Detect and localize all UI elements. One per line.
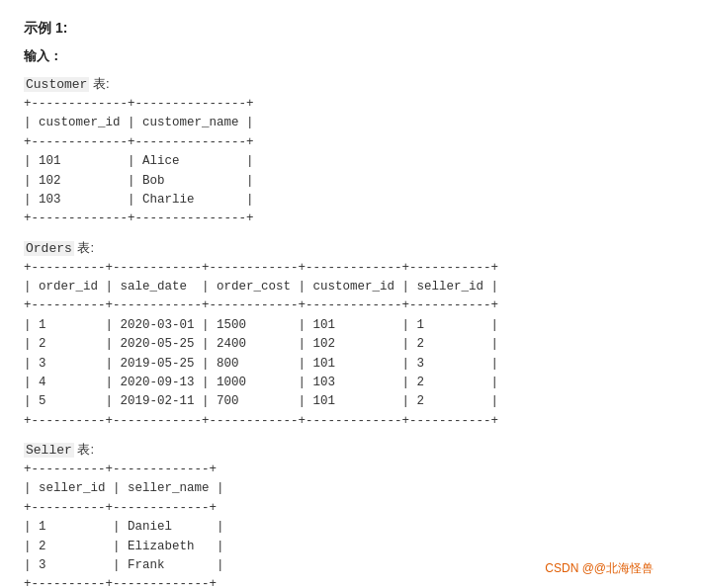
input-label: 输入： (24, 47, 677, 65)
customer-table-name: Customer (24, 77, 89, 92)
customer-table: +-------------+---------------+ | custom… (24, 95, 677, 229)
customer-table-label: Customer 表: (24, 75, 677, 93)
orders-table-name: Orders (24, 241, 74, 256)
seller-table-name: Seller (24, 443, 74, 458)
orders-table: +----------+------------+------------+--… (24, 259, 677, 431)
orders-table-label: Orders 表: (24, 239, 677, 257)
main-content: 示例 1: 输入： Customer 表: +-------------+---… (24, 20, 677, 588)
watermark: CSDN @@北海怪兽 (545, 560, 654, 577)
example-title: 示例 1: (24, 20, 677, 38)
seller-table-label: Seller 表: (24, 441, 677, 459)
